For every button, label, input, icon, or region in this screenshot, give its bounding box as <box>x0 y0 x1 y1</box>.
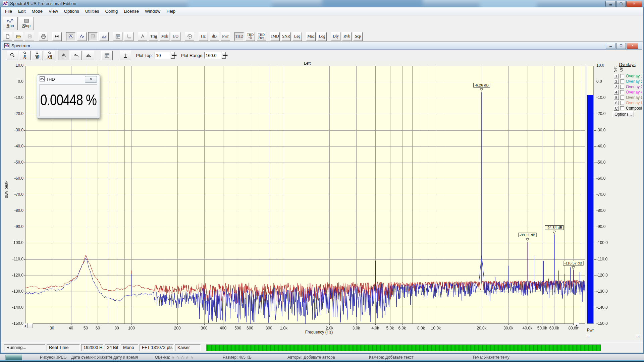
menu-utilities[interactable]: Utilities <box>82 8 102 15</box>
pwr-collapse-button[interactable]: ▭ <box>586 335 590 338</box>
plot-toolbar-vertical-scale[interactable] <box>120 51 131 60</box>
overlay-checkbox-5[interactable] <box>620 96 624 100</box>
overlay-set-button-C[interactable]: C <box>614 106 619 111</box>
plot-toolbar-plot-bars[interactable] <box>83 51 94 60</box>
overlay-set-button-1[interactable]: 1 <box>614 74 619 78</box>
overlays-options-button[interactable]: Options... <box>612 111 634 117</box>
overlay-set-button-3[interactable]: 3 <box>614 84 619 89</box>
overlay-checkbox-6[interactable] <box>620 101 624 105</box>
plot-top-spinner[interactable] <box>171 52 175 59</box>
menu-window[interactable]: Window <box>142 8 163 15</box>
toolbar-button-open[interactable] <box>14 32 23 41</box>
menu-mode[interactable]: Mode <box>29 8 46 15</box>
overlay-set-button-6[interactable]: 6 <box>614 101 619 105</box>
plot-toolbar-zoom[interactable] <box>7 51 18 60</box>
overlay-checkbox-C[interactable] <box>620 106 624 110</box>
plot-toolbar-plot-line[interactable] <box>58 51 69 60</box>
menu-license[interactable]: License <box>121 8 142 15</box>
toolbar-button-imd[interactable]: IMD <box>270 32 280 41</box>
toolbar-button-label: Log <box>319 35 325 38</box>
overlay-checkbox-4[interactable] <box>620 90 624 94</box>
toolbar-button-hz[interactable]: Hz <box>199 32 208 41</box>
toolbar-button-print[interactable] <box>39 32 48 41</box>
toolbar-button-calipers[interactable] <box>138 32 147 41</box>
plot-top-input[interactable] <box>155 52 170 59</box>
menu-view[interactable]: View <box>46 8 61 15</box>
toolbar-button-log[interactable]: Log <box>317 32 327 41</box>
plot-range-spinner[interactable] <box>222 52 226 59</box>
spectrum-close-button[interactable]: ✕ <box>627 43 638 49</box>
spectrum-restore-button[interactable]: ❐ <box>616 43 626 49</box>
toolbar-button-leq[interactable]: Leq <box>292 32 302 41</box>
overlay-checkbox-1[interactable] <box>620 74 624 78</box>
toolbar-button-snr[interactable]: SNR <box>281 32 291 41</box>
toolbar-button-display-options[interactable] <box>113 32 122 41</box>
y-tick-label: -150.0 <box>9 321 23 326</box>
spectrum-minimize-button[interactable]: ▂ <box>606 43 615 49</box>
thd-close-icon[interactable]: ✕ <box>85 76 97 83</box>
maximize-button[interactable]: ▢ <box>616 1 626 7</box>
plot-toolbar-plot-options[interactable] <box>101 51 113 60</box>
plot-toolbar-zoom-out-full[interactable]: OutFull <box>44 51 55 60</box>
toolbar-button-new[interactable] <box>3 32 12 41</box>
toolbar-button-view-spectrogram[interactable] <box>88 32 98 41</box>
panel-collapse-button[interactable]: ▭ <box>636 335 640 338</box>
spectrum-window-titlebar[interactable]: Spectrum ▂ ❐ ✕ <box>2 42 642 50</box>
progress-bar <box>206 345 601 351</box>
scroll-thumb[interactable] <box>28 323 33 328</box>
plot-toolbar-zoom-in-2x[interactable]: In2X <box>19 51 31 60</box>
toolbar-button-input-output[interactable]: I/O <box>171 32 180 41</box>
plot-range-input[interactable] <box>204 52 221 59</box>
toolbar-button-process[interactable] <box>52 32 62 41</box>
toolbar-button-thd-freq[interactable]: THDFreq <box>257 32 266 41</box>
window-left-border <box>0 7 1 353</box>
toolbar-button-axis-scale[interactable] <box>124 32 133 41</box>
close-button[interactable]: ✕ <box>626 1 642 7</box>
toolbar-button-marker[interactable]: Mrk <box>160 32 169 41</box>
x-tick-mark <box>238 324 238 325</box>
spin-down-icon[interactable] <box>171 55 175 59</box>
toolbar-button-thd[interactable]: THD <box>234 32 244 41</box>
stop-button[interactable]: Stop <box>19 17 34 30</box>
spin-down-icon[interactable] <box>222 55 226 59</box>
toolbar-button-thd-n[interactable]: THD+N <box>246 32 255 41</box>
x-tick-label: 6.0k <box>395 326 409 330</box>
toolbar-button-view-surface[interactable] <box>99 32 109 41</box>
toolbar-button-pwr[interactable]: Pwr <box>221 32 230 41</box>
plot-toolbar-plot-filled[interactable] <box>70 51 82 60</box>
y-tick-label-right: -80.0 <box>596 208 605 213</box>
overlay-checkbox-2[interactable] <box>620 79 624 83</box>
toolbar-button-scp[interactable]: Scp <box>353 32 363 41</box>
plot-toolbar-zoom-out-2x[interactable]: Out2X <box>32 51 43 60</box>
toolbar-button-save[interactable] <box>25 32 34 41</box>
x-tick-mark <box>356 324 357 325</box>
overlay-set-button-2[interactable]: 2 <box>614 79 619 84</box>
menu-options[interactable]: Options <box>61 8 82 15</box>
toolbar-button-dly[interactable]: Dly <box>331 32 340 41</box>
menu-config[interactable]: Config <box>102 8 121 15</box>
toolbar-button-view-spectrum[interactable] <box>66 32 75 41</box>
window-title: SpectraPLUS Professional Edition <box>10 1 76 6</box>
toolbar-button-generator[interactable] <box>185 32 194 41</box>
overlay-set-button-5[interactable]: 5 <box>614 95 619 100</box>
x-tick-mark <box>269 324 269 325</box>
overlay-set-button-4[interactable]: 4 <box>614 90 619 95</box>
toolbar-button-db[interactable]: dB <box>210 32 219 41</box>
menu-edit[interactable]: Edit <box>15 8 29 15</box>
y-tick-label: 10.0 <box>9 63 23 68</box>
minimize-button[interactable]: ▂ <box>605 1 616 7</box>
run-button[interactable]: Run <box>3 17 18 30</box>
toolbar-button-rvb[interactable]: Rvb <box>342 32 352 41</box>
thd-window[interactable]: THD ✕ 0.00448 % <box>37 74 100 119</box>
menu-help[interactable]: Help <box>163 8 178 15</box>
overlay-checkbox-3[interactable] <box>620 85 624 89</box>
y-tick-label: -10.0 <box>9 95 23 100</box>
menu-file[interactable]: File <box>2 8 15 15</box>
status-kaiser: Kaiser <box>175 344 201 351</box>
toolbar-button-mac[interactable]: Mac <box>306 32 316 41</box>
spectrum-grid-icon <box>68 34 73 39</box>
surface-3d-icon <box>102 34 107 39</box>
toolbar-button-trigger[interactable]: Trig <box>149 32 158 41</box>
toolbar-button-view-waveform[interactable] <box>77 32 87 41</box>
main-titlebar[interactable]: SpectraPLUS Professional Edition ▂ ▢ ✕ <box>0 0 644 8</box>
